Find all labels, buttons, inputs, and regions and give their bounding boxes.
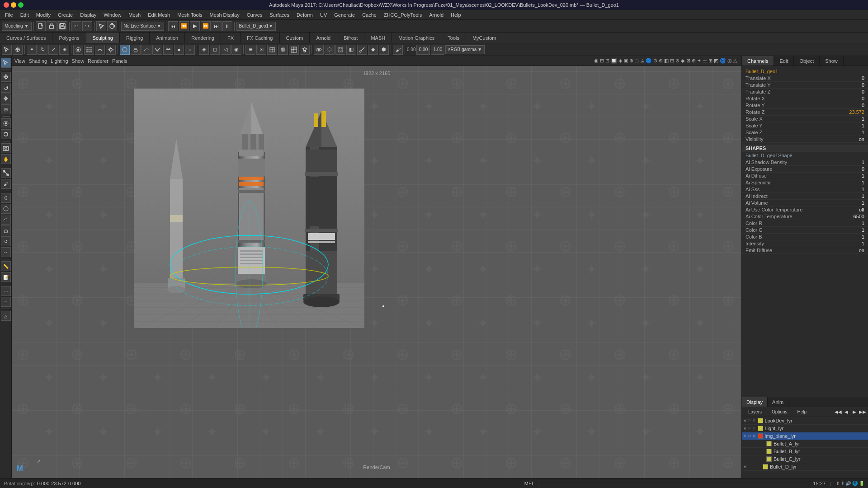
pause-btn[interactable]: ⏸ [222,21,232,31]
cb-ai-shadow-density[interactable]: Ai Shadow Density 1 [742,159,868,166]
layer-p-light[interactable]: P [748,426,751,431]
close-btn[interactable] [4,2,9,8]
tab-bifrost[interactable]: Bifrost [337,33,364,43]
layer-sub-tab-help[interactable]: Help [793,409,811,414]
edge-sel-btn[interactable]: ◁ [221,45,231,55]
paint-select-btn[interactable] [13,45,23,55]
menu-generate[interactable]: Generate [331,11,358,19]
tab-custom[interactable]: Custom [280,33,310,43]
camera-wireframe-btn[interactable]: ◧ [346,45,356,55]
cb-row-scale-y[interactable]: Scale Y 1 [742,122,868,129]
more-tools-left[interactable]: ⋯ [1,286,11,296]
tab-mash[interactable]: MASH [364,33,392,43]
redo-btn[interactable]: ↪ [82,21,92,31]
layer-sub-tab-options[interactable]: Options [767,409,792,414]
scale-tool-left[interactable] [1,94,11,103]
menu-uv[interactable]: UV [317,11,330,19]
menu-mesh-display[interactable]: Mesh Display [207,11,243,19]
layer-tab-display[interactable]: Display [742,397,768,407]
tab-tools[interactable]: Tools [441,33,466,43]
xray-btn[interactable] [335,45,345,55]
layer-r-light[interactable]: R [753,426,756,431]
viewport[interactable]: View Shading Lighting Show Renderer Pane… [12,56,741,478]
layer-p-imgplane[interactable]: P [748,434,751,438]
menu-window[interactable]: Window [100,11,124,19]
move-tool-btn[interactable]: ✦ [27,45,37,55]
menu-modify[interactable]: Modify [33,11,54,19]
playback-start-btn[interactable]: ⏮ [168,21,178,31]
iso-select-btn[interactable]: ◈ [199,45,209,55]
menu-arnold[interactable]: Arnold [426,11,447,19]
menu-mesh[interactable]: Mesh [125,11,144,19]
layer-vis-imgplane[interactable]: V [744,434,746,438]
shelf-left[interactable]: ≡ [1,297,11,307]
vp-lighting-menu[interactable]: Lighting [51,58,68,64]
tab-fx-caching[interactable]: FX Caching [241,33,279,43]
open-file-btn[interactable] [47,21,57,31]
tab-rendering[interactable]: Rendering [185,33,221,43]
wireframe-btn[interactable] [267,45,277,55]
tab-channels[interactable]: Channels [742,56,774,66]
cb-row-rotate-y[interactable]: Rotate Y 0 [742,102,868,109]
pan-left[interactable]: ✋ [1,154,11,164]
view-fit-btn[interactable]: ⊡ [256,45,266,55]
lights-btn[interactable] [300,45,310,55]
cb-row-translate-x[interactable]: Translate X 0 [742,75,868,82]
layer-row-bullet-d[interactable]: V Bullet_D_lyr [742,463,868,471]
cb-color-b[interactable]: Color B 1 [742,234,868,240]
vp-show-menu[interactable]: Show [72,58,85,64]
layer-row-lookdev[interactable]: V P R LookDev_lyr [742,417,868,425]
tab-edit[interactable]: Edit [774,56,794,66]
tab-fx[interactable]: FX [221,33,241,43]
cb-row-rotate-x[interactable]: Rotate X 0 [742,95,868,102]
deform-paint-btn[interactable]: 🖌 [393,45,403,55]
prev-frame-btn[interactable]: ⏪ [179,21,189,31]
snap-curve-btn[interactable] [95,45,105,55]
select-mode-btn[interactable] [96,21,106,31]
cb-row-translate-y[interactable]: Translate Y 0 [742,82,868,89]
menu-zhcg[interactable]: ZHCG_PolyTools [381,11,425,19]
cb-ai-sss[interactable]: Ai Sss 1 [742,186,868,193]
cb-row-scale-z[interactable]: Scale Z 1 [742,129,868,136]
sculpt-spray-btn[interactable]: ○ [185,45,195,55]
layer-p-lookdev[interactable]: P [748,418,751,423]
cb-ai-exposure[interactable]: Ai Exposure 0 [742,166,868,173]
cb-ai-use-color-temp[interactable]: Ai Use Color Temperature off [742,206,868,213]
cb-ai-diffuse[interactable]: Ai Diffuse 1 [742,173,868,179]
menu-display[interactable]: Display [77,11,99,19]
annotation-left[interactable]: 📝 [1,272,11,282]
tab-show[interactable]: Show [820,56,844,66]
measure-left[interactable]: 📏 [1,261,11,271]
menu-deform[interactable]: Deform [293,11,316,19]
sculpt-relax-left[interactable] [1,204,11,214]
layer-row-light[interactable]: V P R Light_lyr [742,425,868,432]
script-input[interactable] [538,480,809,487]
sculpt-pinch-btn[interactable] [152,45,162,55]
bevel-btn[interactable]: ◆ [368,45,378,55]
layer-back-btn[interactable]: ◀ [843,408,850,416]
vp-shading-menu[interactable]: Shading [29,58,47,64]
sculpt-smooth-btn[interactable] [142,45,151,55]
snap-point-btn[interactable] [106,45,116,55]
sculpt-grab-left[interactable] [1,225,11,235]
cb-emit-diffuse[interactable]: Emit Diffuse on [742,247,868,254]
tab-sculpting[interactable]: Sculpting [86,33,120,43]
shaded-btn[interactable] [278,45,288,55]
gamma-selector[interactable]: sRGB gamma ▼ [445,45,485,54]
layer-next-btn[interactable]: ▶▶ [859,408,866,416]
vp-panels-menu[interactable]: Panels [112,58,127,64]
layer-row-bullet-a[interactable]: Bullet_A_lyr [742,440,868,448]
cb-ai-volume[interactable]: Ai Volume 1 [742,200,868,206]
sculpt-push-left[interactable] [1,193,11,203]
sculpt-foamy-btn[interactable]: ● [174,45,184,55]
sculpt-relax-btn[interactable] [120,45,130,55]
tab-motion-graphics[interactable]: Motion Graphics [392,33,441,43]
show-manip-left[interactable]: ⊞ [1,104,11,114]
layer-forward-btn[interactable]: ▶ [851,408,858,416]
layer-prev-btn[interactable]: ◀◀ [835,408,842,416]
lasso-left[interactable] [1,129,11,139]
component-select-btn[interactable] [107,21,117,31]
camera-name-box[interactable]: Bullet_D_geo1 ▼ [236,22,276,31]
workspace-selector[interactable]: Modeling ▼ [2,22,32,31]
camera-tools-left[interactable] [1,143,11,153]
